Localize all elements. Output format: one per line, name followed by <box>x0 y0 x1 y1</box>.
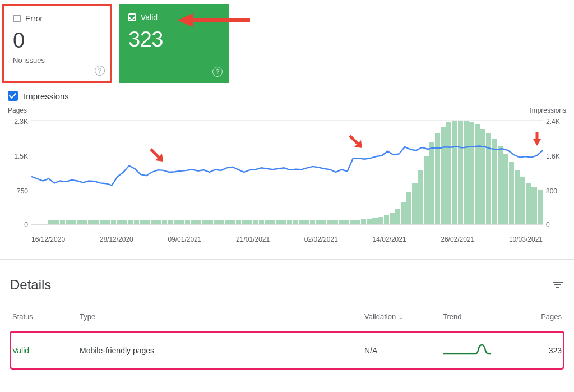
filter-icon[interactable] <box>552 279 564 291</box>
help-icon[interactable]: ? <box>95 66 105 76</box>
col-validation-label: Validation <box>364 312 396 321</box>
x-tick: 16/12/2020 <box>31 236 65 243</box>
error-label: Error <box>25 14 43 23</box>
x-tick: 09/01/2021 <box>168 236 201 243</box>
x-tick: 26/02/2021 <box>441 236 474 243</box>
error-card[interactable]: Error 0 No issues ? <box>2 4 112 83</box>
col-type[interactable]: Type <box>77 308 362 331</box>
line-series <box>31 120 543 224</box>
svg-line-2 <box>151 149 160 158</box>
svg-line-4 <box>350 136 359 145</box>
valid-label: Valid <box>141 13 158 22</box>
axis-baseline <box>31 224 543 225</box>
error-count: 0 <box>13 29 101 53</box>
col-validation[interactable]: Validation ↓ <box>362 308 441 331</box>
svg-marker-1 <box>177 13 193 27</box>
x-tick: 21/01/2021 <box>236 236 270 243</box>
x-axis-ticks: 16/12/2020 28/12/2020 09/01/2021 21/01/2… <box>31 236 543 243</box>
y-right-tick: 800 <box>546 187 566 195</box>
cell-status: Valid <box>10 331 77 370</box>
details-section: Details Status Type Validation ↓ Trend P… <box>0 266 574 382</box>
status-cards: Error 0 No issues ? Valid 323 ? <box>0 0 574 87</box>
checkbox-checked-icon <box>128 13 136 21</box>
col-status[interactable]: Status <box>10 308 77 331</box>
impressions-label: Impressions <box>24 91 69 101</box>
error-card-label: Error <box>13 14 101 23</box>
cell-type: Mobile-friendly pages <box>77 331 362 370</box>
annotation-arrow-icon <box>529 131 544 146</box>
cell-validation: N/A <box>362 331 441 370</box>
divider <box>0 259 574 266</box>
y-left-tick: 2.3K <box>8 118 28 126</box>
y-right-tick: 2.4K <box>546 118 566 126</box>
y-axis-right-label: Impressions <box>530 107 566 114</box>
y-right-tick: 0 <box>546 221 566 229</box>
annotation-arrow-icon <box>349 135 363 149</box>
impressions-toggle[interactable]: Impressions <box>0 87 574 104</box>
table-row[interactable]: Valid Mobile-friendly pages N/A 323 <box>10 331 564 370</box>
x-tick: 14/02/2021 <box>373 236 406 243</box>
error-sub: No issues <box>13 56 101 64</box>
annotation-arrow-icon <box>177 12 250 28</box>
y-left-tick: 1.5K <box>8 153 28 160</box>
y-right-tick: 1.6K <box>546 153 566 160</box>
y-left-tick: 0 <box>8 221 28 229</box>
sparkline-icon <box>443 343 491 356</box>
sort-descending-icon: ↓ <box>399 312 403 321</box>
y-left-tick: 750 <box>8 187 28 195</box>
help-icon[interactable]: ? <box>212 67 223 77</box>
checkbox-checked-icon <box>8 91 18 101</box>
x-tick: 10/03/2021 <box>509 236 543 243</box>
details-title: Details <box>10 277 51 293</box>
chart: Pages Impressions 2.3K 1.5K 750 0 2.4K 1… <box>0 104 574 259</box>
x-tick: 02/02/2021 <box>304 236 338 243</box>
cell-pages: 323 <box>519 331 564 370</box>
annotation-arrow-icon <box>150 148 164 163</box>
table-header-row: Status Type Validation ↓ Trend Pages <box>10 308 564 331</box>
details-table: Status Type Validation ↓ Trend Pages Val… <box>10 308 564 369</box>
col-pages[interactable]: Pages <box>519 308 564 331</box>
y-axis-left-label: Pages <box>8 107 27 114</box>
svg-marker-7 <box>533 139 541 146</box>
x-tick: 28/12/2020 <box>100 236 133 243</box>
checkbox-unchecked-icon <box>13 15 21 22</box>
valid-count: 323 <box>128 27 219 52</box>
col-trend[interactable]: Trend <box>441 308 519 331</box>
cell-trend <box>441 331 519 370</box>
